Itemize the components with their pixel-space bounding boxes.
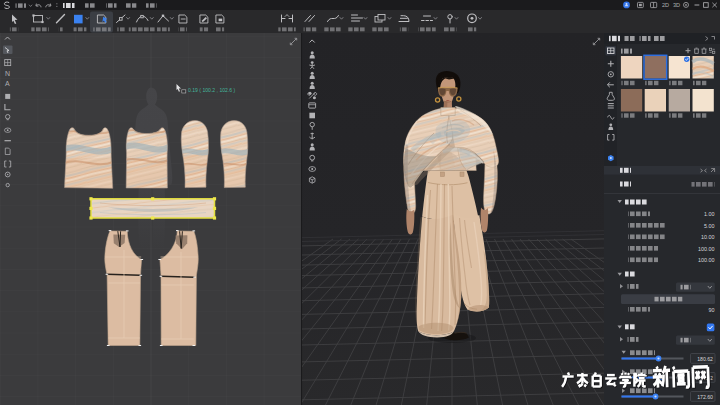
svg-text:3D: 3D [673,2,680,8]
svg-text:100.00: 100.00 [698,257,715,263]
svg-text:0.19 ( 100.2 , 102.6 ): 0.19 ( 100.2 , 102.6 ) [188,87,236,93]
svg-text:180.62: 180.62 [697,356,713,362]
svg-text:1.00: 1.00 [704,211,715,217]
svg-text:172.60: 172.60 [697,394,713,400]
svg-text:100.00: 100.00 [698,246,715,252]
svg-text:N: N [5,70,10,77]
svg-text:5.00: 5.00 [704,223,715,229]
svg-text:90: 90 [709,307,715,313]
svg-text:10.00: 10.00 [701,234,715,240]
svg-text:2D: 2D [662,2,669,8]
svg-text:A: A [5,80,10,87]
